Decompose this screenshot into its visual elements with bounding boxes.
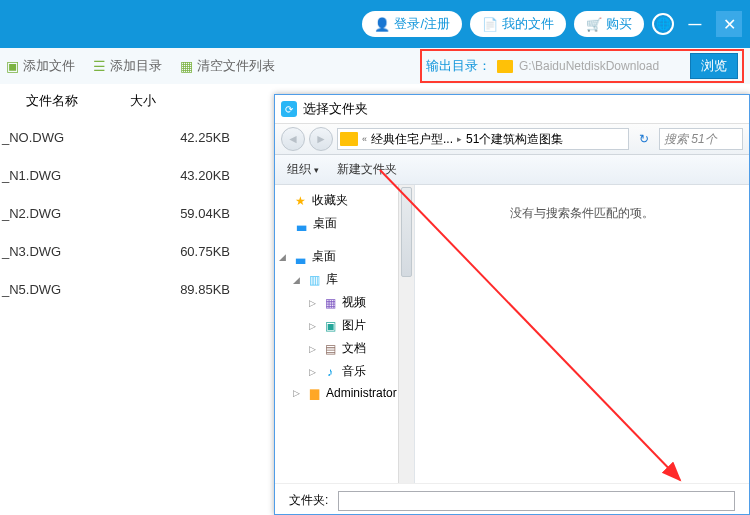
add-dir-label: 添加目录 [110, 57, 162, 75]
file-name: _N2.DWG [0, 206, 130, 221]
crumb-segment[interactable]: 51个建筑构造图集 [466, 131, 563, 148]
breadcrumb[interactable]: « 经典住宅户型... ▸ 51个建筑构造图集 [337, 128, 629, 150]
organize-button[interactable]: 组织 [287, 161, 319, 178]
minimize-button[interactable]: ─ [682, 11, 708, 37]
person-icon: 👤 [374, 17, 390, 32]
desktop-icon: ▃ [292, 250, 308, 264]
chevron-right-icon: ▸ [455, 134, 464, 144]
login-button[interactable]: 👤 登录/注册 [362, 11, 462, 37]
tree-desktop[interactable]: ▃桌面 [275, 212, 414, 235]
picture-icon: ▣ [322, 319, 338, 333]
empty-message: 没有与搜索条件匹配的项。 [510, 205, 654, 222]
library-icon: ▥ [306, 273, 322, 287]
buy-label: 购买 [606, 15, 632, 33]
close-button[interactable]: ✕ [716, 11, 742, 37]
output-dir-box: 输出目录： G:\BaiduNetdiskDownload 浏览 [420, 49, 744, 83]
user-folder-icon: ▆ [306, 386, 322, 400]
file-size: 43.20KB [130, 168, 250, 183]
tree-libraries[interactable]: ◢▥库 [275, 268, 414, 291]
language-button[interactable]: 🌐 [652, 13, 674, 35]
myfiles-label: 我的文件 [502, 15, 554, 33]
file-size: 59.04KB [130, 206, 250, 221]
music-icon: ♪ [322, 365, 338, 379]
scrollbar-thumb[interactable] [401, 187, 412, 277]
refresh-button[interactable]: ↻ [633, 128, 655, 150]
folder-tree: ★收藏夹 ▃桌面 ◢▃桌面 ◢▥库 ▷▦视频 ▷▣图片 ▷▤文档 ▷♪音乐 ▷▆… [275, 185, 415, 483]
chevron-right-icon: « [360, 134, 369, 144]
nav-back-button[interactable]: ◄ [281, 127, 305, 151]
file-size: 42.25KB [130, 130, 250, 145]
output-path: G:\BaiduNetdiskDownload [519, 59, 684, 73]
login-label: 登录/注册 [394, 15, 450, 33]
cart-icon: 🛒 [586, 17, 602, 32]
globe-icon: 🌐 [656, 17, 671, 31]
tree-favorites[interactable]: ★收藏夹 [275, 189, 414, 212]
file-name: _N1.DWG [0, 168, 130, 183]
crumb-segment[interactable]: 经典住宅户型... [371, 131, 453, 148]
browse-button[interactable]: 浏览 [690, 53, 738, 79]
add-file-label: 添加文件 [23, 57, 75, 75]
myfiles-button[interactable]: 📄 我的文件 [470, 11, 566, 37]
dialog-folder-row: 文件夹: [275, 483, 749, 515]
tree-videos[interactable]: ▷▦视频 [275, 291, 414, 314]
new-folder-button[interactable]: 新建文件夹 [337, 161, 397, 178]
folder-icon [340, 132, 358, 146]
folder-name-input[interactable] [338, 491, 735, 511]
star-icon: ★ [292, 194, 308, 208]
folder-icon [497, 60, 513, 73]
app-header: 👤 登录/注册 📄 我的文件 🛒 购买 🌐 ─ ✕ [0, 0, 750, 48]
dialog-title: 选择文件夹 [303, 100, 368, 118]
desktop-icon: ▃ [293, 217, 309, 231]
tree-music[interactable]: ▷♪音乐 [275, 360, 414, 383]
search-input[interactable]: 搜索 51个 [659, 128, 743, 150]
add-dir-button[interactable]: ☰ 添加目录 [93, 57, 162, 75]
file-name: _N3.DWG [0, 244, 130, 259]
tree-pictures[interactable]: ▷▣图片 [275, 314, 414, 337]
folder-content-pane: 没有与搜索条件匹配的项。 [415, 185, 749, 483]
tree-documents[interactable]: ▷▤文档 [275, 337, 414, 360]
dialog-toolbar: 组织 新建文件夹 [275, 155, 749, 185]
dialog-body: ★收藏夹 ▃桌面 ◢▃桌面 ◢▥库 ▷▦视频 ▷▣图片 ▷▤文档 ▷♪音乐 ▷▆… [275, 185, 749, 483]
dialog-titlebar: ⟳ 选择文件夹 [275, 95, 749, 123]
nav-forward-button[interactable]: ► [309, 127, 333, 151]
dialog-nav: ◄ ► « 经典住宅户型... ▸ 51个建筑构造图集 ↻ 搜索 51个 [275, 123, 749, 155]
dialog-icon: ⟳ [281, 101, 297, 117]
add-file-icon: ▣ [6, 58, 19, 74]
main-toolbar: ▣ 添加文件 ☰ 添加目录 ▦ 清空文件列表 输出目录： G:\BaiduNet… [0, 48, 750, 84]
folder-field-label: 文件夹: [289, 492, 328, 509]
add-file-button[interactable]: ▣ 添加文件 [6, 57, 75, 75]
tree-admin[interactable]: ▷▆Administrator [275, 383, 414, 403]
tree-scrollbar[interactable] [398, 185, 414, 483]
file-icon: 📄 [482, 17, 498, 32]
video-icon: ▦ [322, 296, 338, 310]
tree-desktop2[interactable]: ◢▃桌面 [275, 245, 414, 268]
clear-label: 清空文件列表 [197, 57, 275, 75]
header-size: 大小 [130, 92, 250, 110]
header-filename: 文件名称 [0, 92, 130, 110]
file-size: 60.75KB [130, 244, 250, 259]
file-name: _NO.DWG [0, 130, 130, 145]
clear-icon: ▦ [180, 58, 193, 74]
file-size: 89.85KB [130, 282, 250, 297]
folder-picker-dialog: ⟳ 选择文件夹 ◄ ► « 经典住宅户型... ▸ 51个建筑构造图集 ↻ 搜索… [274, 94, 750, 515]
clear-list-button[interactable]: ▦ 清空文件列表 [180, 57, 275, 75]
add-dir-icon: ☰ [93, 58, 106, 74]
output-label: 输出目录： [426, 57, 491, 75]
file-name: _N5.DWG [0, 282, 130, 297]
document-icon: ▤ [322, 342, 338, 356]
buy-button[interactable]: 🛒 购买 [574, 11, 644, 37]
